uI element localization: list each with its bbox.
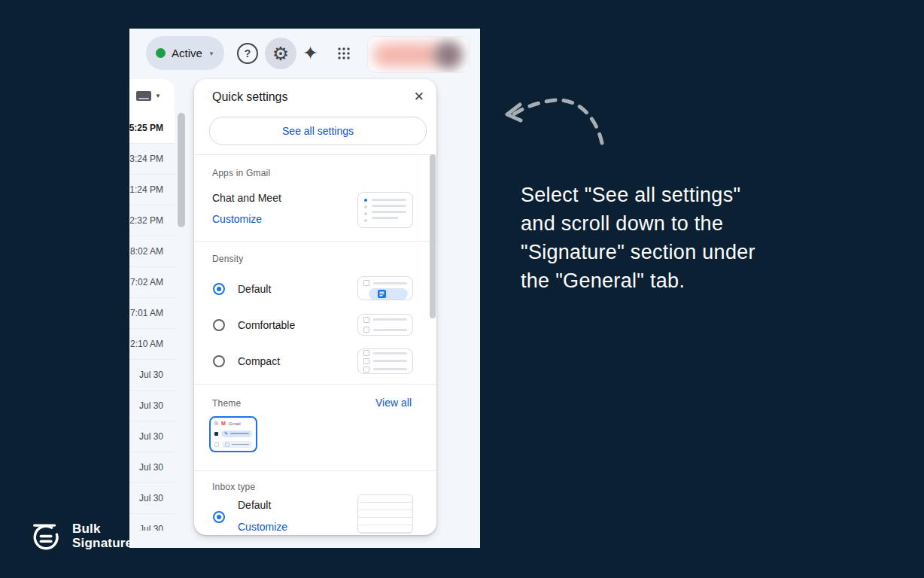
tutorial-slide: Active ▾ ? ⚙ ✦ ▼ [0, 0, 924, 578]
email-list-scrollbar[interactable] [178, 113, 185, 227]
radio-selected-icon[interactable] [213, 283, 225, 295]
email-row-time[interactable]: 7:02 AM [129, 266, 175, 297]
apps-grid-icon[interactable] [337, 47, 351, 63]
email-row-time[interactable]: Jul 30 [129, 421, 175, 452]
density-section-label: Density [212, 254, 243, 264]
instruction-text: Select "See all settings" and scroll dow… [521, 181, 755, 295]
chat-meet-preview-thumbnail [357, 192, 413, 228]
customize-chat-link[interactable]: Customize [212, 213, 262, 225]
thumb-bars [372, 198, 406, 222]
list-icon [378, 290, 386, 298]
thumb-row [358, 349, 412, 357]
instruction-line: Select "See all settings" [521, 181, 755, 209]
email-row-time[interactable]: 8:02 AM [129, 236, 175, 266]
email-row-time[interactable]: 1:24 PM [129, 174, 175, 205]
email-row-time[interactable]: Jul 30 [129, 359, 175, 390]
avatar [434, 41, 463, 69]
input-tools-selector[interactable]: ▼ [129, 79, 175, 113]
radio-icon[interactable] [213, 355, 225, 367]
quick-settings-panel: Quick settings ✕ See all settings Apps i… [194, 79, 436, 535]
inbox-default-thumbnail [357, 494, 413, 534]
divider [194, 470, 436, 471]
density-option-comfortable[interactable]: Comfortable [213, 316, 295, 334]
bulk-signature-logo: Bulk Signature [30, 519, 132, 553]
close-icon[interactable]: ✕ [414, 89, 424, 105]
email-row-time[interactable]: 2:32 PM [129, 205, 175, 236]
thumb-row [358, 366, 412, 373]
thumb-selected-pill [369, 288, 408, 300]
chat-and-meet-label: Chat and Meet [212, 192, 281, 204]
email-row-time[interactable]: Jul 30 [129, 513, 175, 531]
thumb-row [358, 316, 412, 324]
email-row-time[interactable]: 7:01 AM [129, 297, 175, 328]
thumb-dots [364, 198, 367, 222]
inbox-default-label: Default [238, 499, 271, 511]
panel-title: Quick settings [212, 90, 287, 104]
pencil-icon: ✎ [224, 431, 228, 436]
email-list: ▼ 5:25 PM 3:24 PM 1:24 PM 2:32 PM 8:02 A… [129, 79, 175, 531]
help-glyph: ? [245, 47, 251, 59]
theme-view-all-link[interactable]: View all [375, 397, 412, 409]
thumb-row [214, 441, 252, 448]
density-option-label: Default [238, 283, 271, 295]
instruction-line: "Signature" section under [521, 238, 755, 266]
gear-icon: ⚙ [272, 44, 289, 63]
email-row-time[interactable]: Jul 30 [129, 390, 175, 421]
theme-thumbnail[interactable]: M Gmail ✎ [209, 416, 257, 452]
divider [194, 154, 436, 155]
status-chip[interactable]: Active ▾ [146, 36, 224, 70]
density-option-compact[interactable]: Compact [213, 352, 280, 370]
email-row-time[interactable]: Jul 30 [129, 482, 175, 513]
email-row-time[interactable]: 5:25 PM [129, 113, 175, 143]
density-option-label: Comfortable [238, 319, 295, 331]
divider [194, 241, 436, 242]
email-row-time[interactable]: Jul 30 [129, 452, 175, 482]
thumb-row [358, 326, 412, 333]
density-default-thumbnail [357, 276, 413, 300]
radio-icon[interactable] [213, 319, 225, 331]
status-label: Active [172, 47, 202, 59]
gmail-m-icon: M [221, 421, 226, 426]
inbox-type-section-label: Inbox type [212, 482, 255, 492]
keyboard-icon [136, 91, 151, 101]
apps-section-label: Apps in Gmail [212, 168, 270, 178]
divider [194, 384, 436, 385]
density-option-default[interactable]: Default [213, 280, 271, 298]
gemini-sparkle-icon[interactable]: ✦ [302, 42, 318, 64]
theme-section-label: Theme [212, 398, 241, 409]
panel-scrollbar[interactable] [430, 154, 436, 318]
density-option-label: Compact [238, 355, 280, 367]
help-icon[interactable]: ? [237, 43, 258, 64]
instruction-line: and scroll down to the [521, 209, 755, 238]
gmail-screenshot: Active ▾ ? ⚙ ✦ ▼ [129, 29, 480, 548]
gmail-brand-label: Gmail [229, 421, 241, 426]
dashed-arrow [497, 89, 611, 151]
thumb-row [358, 277, 412, 289]
brand-name-line2: Signature [72, 536, 132, 551]
see-all-settings-button[interactable]: See all settings [209, 117, 427, 145]
density-comfortable-thumbnail [357, 314, 413, 336]
account-profile-redacted[interactable] [367, 36, 470, 73]
email-row-time[interactable]: 3:24 PM [129, 143, 175, 174]
status-dot-icon [156, 48, 166, 58]
thumb-row: M Gmail [214, 421, 252, 426]
bulk-signature-icon [30, 519, 65, 553]
inbox-customize-link[interactable]: Customize [238, 521, 287, 533]
chevron-down-icon: ▼ [155, 93, 161, 99]
email-row-time[interactable]: 2:10 AM [129, 328, 175, 359]
chevron-down-icon: ▾ [210, 50, 214, 57]
inbox-default-radio[interactable] [213, 511, 225, 523]
redaction-blur [372, 43, 442, 67]
thumb-row [358, 357, 412, 365]
thumb-row: ✎ [214, 430, 252, 437]
density-compact-thumbnail [357, 348, 413, 374]
settings-gear-button[interactable]: ⚙ [265, 38, 296, 69]
brand-name-line1: Bulk [72, 522, 132, 537]
instruction-line: the "General" tab. [521, 266, 755, 295]
